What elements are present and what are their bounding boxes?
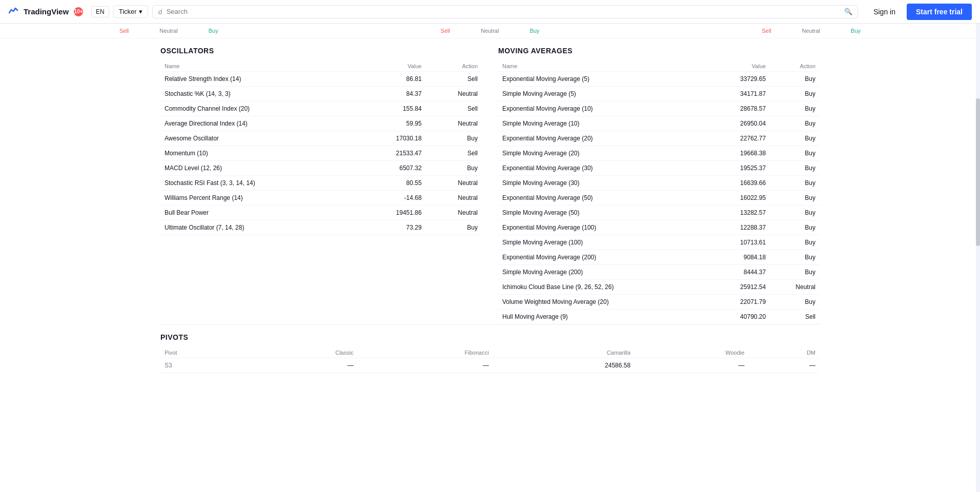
ma-row-action: Buy <box>770 131 820 146</box>
ma-row-action: Buy <box>770 101 820 116</box>
start-trial-button[interactable]: Start free trial <box>907 4 972 20</box>
ma-row-value: 10713.61 <box>710 235 770 250</box>
ma-row-action: Sell <box>770 310 820 324</box>
woodie-col-header: Woodie <box>635 347 748 358</box>
osc-row-action: Buy <box>426 131 482 146</box>
table-row: Exponential Moving Average (100) 12288.3… <box>498 220 820 235</box>
osc-row-value: 73.29 <box>358 220 426 235</box>
search-submit-icon[interactable]: 🔍 <box>844 8 852 15</box>
oscillators-title: OSCILLATORS <box>160 47 482 55</box>
notification-badge[interactable]: 10+ <box>74 7 83 16</box>
tradingview-logo-icon <box>8 5 19 18</box>
ma-title: MOVING AVERAGES <box>498 47 820 55</box>
table-row: Stochastic RSI Fast (3, 3, 14, 14) 80.55… <box>160 176 482 191</box>
ma-value-header: Value <box>710 61 770 72</box>
osc-value-header: Value <box>358 61 426 72</box>
osc-row-action: Neutral <box>426 191 482 206</box>
ma-row-action: Buy <box>770 116 820 131</box>
sell-label-2: Sell <box>441 28 450 34</box>
ma-row-value: 28678.57 <box>710 101 770 116</box>
ma-row-value: 33729.65 <box>710 72 770 87</box>
buy-label-1: Buy <box>209 28 218 34</box>
osc-row-name: Commodity Channel Index (20) <box>160 101 358 116</box>
ticker-label: Ticker <box>119 8 137 15</box>
scrollbar-thumb[interactable] <box>976 98 980 246</box>
search-input[interactable] <box>167 8 840 15</box>
osc-row-action: Neutral <box>426 87 482 101</box>
osc-row-name: Stochastic %K (14, 3, 3) <box>160 87 358 101</box>
table-row: Simple Moving Average (30) 16639.66 Buy <box>498 176 820 191</box>
ticker-button[interactable]: Ticker ▾ <box>113 5 148 18</box>
pivot-classic-val: — <box>247 358 357 373</box>
oscillators-table: Name Value Action Relative Strength Inde… <box>160 61 482 235</box>
ma-row-name: Simple Moving Average (5) <box>498 87 710 101</box>
osc-row-value: 84.37 <box>358 87 426 101</box>
ma-table: Name Value Action Exponential Moving Ave… <box>498 61 820 324</box>
camarilla-col-header: Camarilla <box>493 347 635 358</box>
ma-row-name: Simple Moving Average (30) <box>498 176 710 191</box>
neutral-label-1: Neutral <box>159 28 177 34</box>
table-row: Exponential Moving Average (50) 16022.95… <box>498 191 820 206</box>
sign-in-button[interactable]: Sign in <box>866 5 903 19</box>
ma-row-action: Buy <box>770 161 820 176</box>
neutral-label-2: Neutral <box>481 28 499 34</box>
osc-row-action: Sell <box>426 146 482 161</box>
header: TradingView 10+ EN Ticker ▾ ☌ 🔍 Sign in … <box>0 0 980 24</box>
ma-row-name: Exponential Moving Average (20) <box>498 131 710 146</box>
search-area: ☌ 🔍 <box>152 5 858 18</box>
ma-row-value: 19668.38 <box>710 146 770 161</box>
search-icon: ☌ <box>158 8 162 16</box>
table-row: Average Directional Index (14) 59.95 Neu… <box>160 116 482 131</box>
pivot-camarilla-val: 24586.58 <box>493 358 635 373</box>
ma-row-value: 13282.57 <box>710 206 770 220</box>
ma-action-header: Action <box>770 61 820 72</box>
lang-button[interactable]: EN <box>91 6 109 17</box>
buy-label-2: Buy <box>529 28 539 34</box>
osc-row-name: MACD Level (12, 26) <box>160 161 358 176</box>
classic-col-header: Classic <box>247 347 357 358</box>
dm-col-header: DM <box>748 347 820 358</box>
ma-row-value: 19525.37 <box>710 161 770 176</box>
osc-row-value: 80.55 <box>358 176 426 191</box>
table-row: S3 — — 24586.58 — — <box>160 358 820 373</box>
ma-row-action: Buy <box>770 146 820 161</box>
table-row: Simple Moving Average (50) 13282.57 Buy <box>498 206 820 220</box>
ma-row-value: 34171.87 <box>710 87 770 101</box>
osc-row-value: 86.81 <box>358 72 426 87</box>
table-row: Volume Weighted Moving Average (20) 2207… <box>498 295 820 310</box>
table-row: Exponential Moving Average (200) 9084.18… <box>498 250 820 265</box>
osc-row-name: Relative Strength Index (14) <box>160 72 358 87</box>
table-row: Exponential Moving Average (5) 33729.65 … <box>498 72 820 87</box>
ma-row-value: 25912.54 <box>710 280 770 295</box>
table-row: Awesome Oscillator 17030.18 Buy <box>160 131 482 146</box>
summary-bar-3: Sell Neutral Buy <box>762 28 861 34</box>
osc-row-name: Average Directional Index (14) <box>160 116 358 131</box>
ma-row-name: Exponential Moving Average (100) <box>498 220 710 235</box>
ma-row-value: 22071.79 <box>710 295 770 310</box>
sell-label-3: Sell <box>762 28 771 34</box>
scrollbar-track[interactable] <box>976 0 980 381</box>
osc-name-header: Name <box>160 61 358 72</box>
pivot-col-header: Pivot <box>160 347 247 358</box>
table-row: Commodity Channel Index (20) 155.84 Sell <box>160 101 482 116</box>
ma-row-value: 16639.66 <box>710 176 770 191</box>
osc-row-value: 6507.32 <box>358 161 426 176</box>
ma-row-action: Buy <box>770 235 820 250</box>
ma-name-header: Name <box>498 61 710 72</box>
summary-bar-2: Sell Neutral Buy <box>441 28 540 34</box>
ma-row-name: Ichimoku Cloud Base Line (9, 26, 52, 26) <box>498 280 710 295</box>
ma-row-action: Buy <box>770 72 820 87</box>
table-row: Williams Percent Range (14) -14.68 Neutr… <box>160 191 482 206</box>
buy-label-3: Buy <box>851 28 861 34</box>
table-row: Simple Moving Average (20) 19668.38 Buy <box>498 146 820 161</box>
ma-row-value: 8444.37 <box>710 265 770 280</box>
osc-row-name: Ultimate Oscillator (7, 14, 28) <box>160 220 358 235</box>
table-row: Exponential Moving Average (30) 19525.37… <box>498 161 820 176</box>
ma-row-name: Simple Moving Average (20) <box>498 146 710 161</box>
table-row: Momentum (10) 21533.47 Sell <box>160 146 482 161</box>
table-row: Simple Moving Average (5) 34171.87 Buy <box>498 87 820 101</box>
ma-row-action: Buy <box>770 295 820 310</box>
table-row: Simple Moving Average (10) 26950.04 Buy <box>498 116 820 131</box>
osc-row-name: Stochastic RSI Fast (3, 3, 14, 14) <box>160 176 358 191</box>
neutral-label-3: Neutral <box>802 28 820 34</box>
